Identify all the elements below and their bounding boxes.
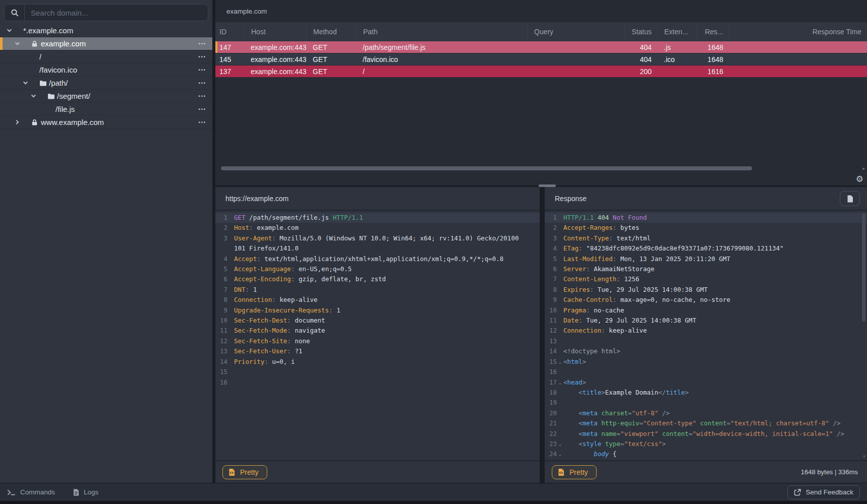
code-text: User-Agent: Mozilla/5.0 (Windows NT 10.0… xyxy=(234,233,518,243)
tree-item-path[interactable]: /path/••• xyxy=(0,77,212,90)
code-line: 20 <meta charset="utf-8" /> xyxy=(545,408,867,418)
scroll-right-arrow[interactable]: ▸ xyxy=(862,165,865,171)
pretty-label: Pretty xyxy=(569,468,588,476)
code-line: 14<!doctype html> xyxy=(545,346,867,356)
table-tab-bar: example.com xyxy=(215,0,867,22)
column-header-status[interactable]: Status xyxy=(624,22,657,41)
code-text: <head> xyxy=(563,377,586,388)
request-row-147[interactable]: 147example.com:443GET/path/segment/file.… xyxy=(215,41,867,53)
row-menu-button[interactable]: ••• xyxy=(199,54,206,59)
logs-label: Logs xyxy=(84,488,98,496)
code-text: Upgrade-Insecure-Requests: 1 xyxy=(234,305,340,316)
fold-arrow-icon[interactable]: ⌄ xyxy=(557,439,563,449)
main-area: example.com IDHostMethodPathQueryStatusE… xyxy=(215,0,867,483)
gear-icon[interactable]: ⚙ xyxy=(856,173,863,185)
fold-spacer xyxy=(227,357,234,367)
code-line: 15 xyxy=(215,367,540,377)
fold-spacer xyxy=(557,388,563,398)
code-line: 2Accept-Ranges: bytes xyxy=(545,223,867,233)
logs-doc-icon xyxy=(73,489,79,496)
cell-time xyxy=(729,53,867,65)
fold-spacer xyxy=(227,295,234,305)
code-line: 2Host: example.com xyxy=(215,223,540,233)
line-number: 10 xyxy=(217,316,227,326)
row-menu-button[interactable]: ••• xyxy=(199,107,206,112)
column-header-host[interactable]: Host xyxy=(244,22,306,41)
fold-spacer xyxy=(227,264,234,274)
column-header-method[interactable]: Method xyxy=(306,22,356,41)
panel-gap[interactable] xyxy=(540,187,545,483)
code-line: 18 <title>Example Domain</title> xyxy=(545,388,867,398)
commands-button[interactable]: Commands xyxy=(7,488,55,496)
fold-spacer xyxy=(227,213,234,223)
chevron-down-icon[interactable] xyxy=(23,80,39,86)
fold-spacer xyxy=(557,264,563,274)
chevron-down-icon[interactable] xyxy=(31,93,47,99)
response-pretty-button[interactable]: Pretty xyxy=(552,465,597,479)
row-menu-button[interactable]: ••• xyxy=(199,94,206,99)
column-header-id[interactable]: ID xyxy=(215,22,244,41)
fold-arrow-icon[interactable]: ⌄ xyxy=(557,377,563,388)
request-panel-header: https://example.com xyxy=(215,187,540,211)
tab-example-com[interactable]: example.com xyxy=(226,8,267,15)
request-row-137[interactable]: 137example.com:443GET/2001616 xyxy=(215,66,867,78)
fold-spacer xyxy=(557,367,563,377)
fold-spacer xyxy=(557,326,563,336)
response-scrollbar-thumb[interactable] xyxy=(862,213,865,322)
app-window: *.example.comexample.com•••/•••/favicon.… xyxy=(0,0,867,504)
tree-item-file.js[interactable]: /file.js••• xyxy=(0,103,212,116)
chevron-right-icon[interactable] xyxy=(15,119,31,125)
cell-status: 200 xyxy=(624,66,657,77)
scrollbar-thumb[interactable] xyxy=(221,166,752,170)
tree-item-segment[interactable]: /segment/••• xyxy=(0,90,212,103)
line-number: 14 xyxy=(217,357,227,367)
tree-item-label: /favicon.ico xyxy=(39,66,77,74)
fold-spacer xyxy=(227,377,234,388)
lock-icon xyxy=(31,119,41,126)
table-horizontal-scrollbar[interactable]: ▸ xyxy=(215,165,867,171)
request-pretty-button[interactable]: Pretty xyxy=(222,465,267,479)
cell-id: 145 xyxy=(215,53,244,65)
column-header-time[interactable]: Response Time xyxy=(729,22,867,41)
fold-spacer xyxy=(557,243,563,254)
fold-spacer xyxy=(557,346,563,356)
pretty-doc-icon xyxy=(557,468,565,476)
row-menu-button[interactable]: ••• xyxy=(199,68,206,73)
tree-item-example.com[interactable]: example.com••• xyxy=(0,37,212,50)
tree-item-www.example.com[interactable]: www.example.com••• xyxy=(0,116,212,129)
column-header-query[interactable]: Query xyxy=(527,22,624,41)
tree-item-favicon.ico[interactable]: /favicon.ico••• xyxy=(0,64,212,77)
code-line: 12Connection: keep-alive xyxy=(545,326,867,336)
code-text: <meta http-equiv="Content-type" content=… xyxy=(563,418,840,428)
search-input[interactable] xyxy=(25,5,208,21)
send-feedback-button[interactable]: Send Feedback xyxy=(787,485,860,499)
column-header-res[interactable]: Res... xyxy=(697,22,729,41)
tree-item-.example.com[interactable]: *.example.com xyxy=(0,24,212,37)
chevron-down-icon[interactable] xyxy=(7,28,23,33)
line-number: 15 xyxy=(546,357,557,367)
tree-item-label: example.com xyxy=(41,39,86,48)
row-menu-button[interactable]: ••• xyxy=(199,120,206,125)
column-header-ext[interactable]: Exten... xyxy=(657,22,697,41)
fold-spacer xyxy=(557,408,563,418)
response-editor[interactable]: ▴ ▾ 1HTTP/1.1 404 Not Found2Accept-Range… xyxy=(545,211,867,460)
row-menu-button[interactable]: ••• xyxy=(199,41,206,46)
logs-button[interactable]: Logs xyxy=(73,488,98,496)
code-line: 13 xyxy=(545,336,867,346)
fold-arrow-icon[interactable]: ⌄ xyxy=(557,357,563,367)
row-menu-button[interactable]: ••• xyxy=(199,81,206,86)
scroll-down-arrow[interactable]: ▾ xyxy=(863,454,865,459)
response-file-button[interactable] xyxy=(840,191,860,206)
tree-item-[interactable]: /••• xyxy=(0,50,212,64)
fold-spacer xyxy=(227,285,234,295)
request-row-145[interactable]: 145example.com:443GET/favicon.ico404.ico… xyxy=(215,53,867,66)
folder-icon xyxy=(47,93,57,99)
fold-arrow-icon[interactable]: ⌄ xyxy=(557,449,563,459)
line-number: 7 xyxy=(546,274,557,284)
request-editor[interactable]: 1GET /path/segment/file.js HTTP/1.12Host… xyxy=(215,211,540,460)
chevron-down-icon[interactable] xyxy=(15,41,31,46)
code-line: 9Upgrade-Insecure-Requests: 1 xyxy=(215,305,540,316)
cell-method: GET xyxy=(306,41,356,53)
cell-query xyxy=(527,41,624,53)
column-header-path[interactable]: Path xyxy=(356,22,527,41)
